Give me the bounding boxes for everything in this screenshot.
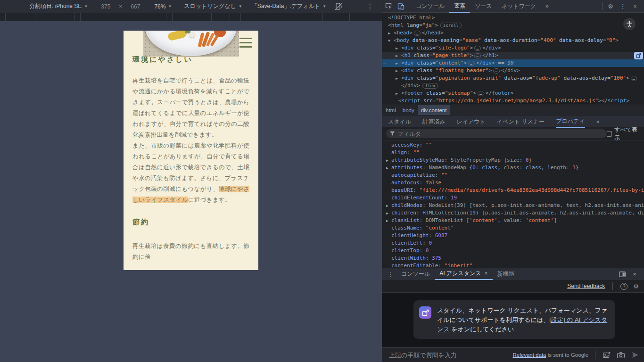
close-drawer-icon[interactable]: × (628, 268, 641, 280)
expand-arrow-icon[interactable]: ▶ (396, 90, 401, 98)
drawer-tab-console[interactable]: コンソール (396, 268, 435, 280)
ai-assistance-toolbar: Send feedback ? ⚙ (382, 280, 644, 293)
tab-layout[interactable]: レイアウト (456, 115, 485, 128)
dock-side-icon[interactable] (616, 268, 628, 280)
prop-row[interactable]: ▶classList: DOMTokenList ['content', val… (382, 217, 644, 224)
breadcrumb-body[interactable]: body (399, 105, 418, 115)
section-heading-savings: 節約 (132, 218, 249, 227)
tab-console[interactable]: コンソール (411, 0, 449, 13)
script-src-link[interactable]: https://cdn.jsdelivr.net/npm/aos@2.3.4/d… (439, 98, 595, 104)
prop-row[interactable]: ▶childNodes: NodeList(39) [text, p.aos-i… (382, 202, 644, 209)
filter-input-wrap[interactable] (386, 129, 607, 138)
drawer-tab-ai-assistance[interactable]: AI アシスタンス × (435, 268, 492, 280)
tree-row[interactable]: ▶<div class="floating-header">…</div> (382, 67, 644, 74)
zoom-dropdown[interactable]: 76% ▼ (154, 3, 172, 10)
expand-arrow-icon[interactable]: ▶ (396, 75, 401, 82)
filter-input[interactable] (398, 131, 603, 137)
tree-row[interactable]: ▼<body data-aos-easing="ease" data-aos-d… (382, 37, 644, 44)
device-toolbar-toggle-icon[interactable] (395, 0, 407, 12)
expand-arrow-icon[interactable]: ▶ (386, 157, 391, 165)
tab-network[interactable]: ネットワーク (497, 0, 541, 13)
row-hover-menu-icon[interactable]: ⋯ (383, 59, 387, 67)
ruler-tick (349, 13, 350, 21)
settings-gear-icon[interactable]: ⚙ (604, 0, 617, 12)
tab-sources[interactable]: ソース (470, 0, 497, 13)
collapse-arrow-icon[interactable]: ▼ (388, 37, 394, 45)
expand-ellipsis-button[interactable]: … (474, 46, 481, 51)
rotate-device-icon[interactable] (334, 2, 343, 11)
more-sidebar-tabs-icon[interactable]: » (596, 115, 600, 128)
ruler-tick (74, 13, 74, 21)
drawer-menu-icon[interactable]: ⋮ (384, 268, 396, 280)
expand-ellipsis-button[interactable]: … (631, 76, 637, 81)
expand-arrow-icon[interactable]: ▶ (386, 165, 391, 172)
ask-ai-icon[interactable] (634, 52, 643, 59)
add-image-icon[interactable] (602, 350, 611, 360)
close-devtools-icon[interactable]: × (629, 0, 641, 12)
tree-row[interactable]: </div>flex (382, 82, 644, 90)
expand-ellipsis-button[interactable]: … (478, 91, 484, 96)
expand-arrow-icon[interactable]: ▶ (386, 217, 391, 225)
ai-question-input[interactable] (389, 352, 508, 359)
ruler-tick (86, 13, 86, 21)
tree-row-selected[interactable]: ⋯▶<div class="content">…</div> == $0 (382, 59, 644, 67)
camera-icon[interactable] (616, 350, 626, 360)
breadcrumb-html[interactable]: html (382, 105, 399, 115)
prop-row[interactable]: ▶attributes: NamedNodeMap {0: class, cla… (382, 164, 644, 172)
help-icon[interactable]: ? (620, 283, 627, 290)
more-tabs-icon[interactable]: » (541, 0, 553, 13)
tree-row[interactable]: ▶<h1 class="page-title">…</h1> (382, 52, 644, 59)
throttling-dropdown[interactable]: スロットリングなし ▼ (184, 2, 242, 10)
device-emulation-pane: 分割項目: iPhone SE ▼ 375 × 667 76% ▼ スロットリン… (0, 0, 382, 362)
expand-arrow-icon[interactable]: ▶ (388, 30, 394, 37)
expand-arrow-icon[interactable]: ▶ (386, 202, 391, 210)
relevant-data-link[interactable]: Relevant data (513, 352, 546, 358)
tab-computed[interactable]: 計算済み (422, 115, 445, 128)
save-data-dropdown[interactable]: 「Save-Data」:デフォルト ▼ (252, 2, 326, 10)
ruler-tick (172, 13, 173, 21)
prop-row[interactable]: ▶children: HTMLCollection(19) [p.aos-ini… (382, 209, 644, 217)
viewport-width-field[interactable]: 375 (101, 3, 110, 10)
tab-elements[interactable]: 要素 (449, 0, 470, 13)
expand-ellipsis-button[interactable]: … (414, 31, 421, 36)
drawer-tab-bar: ⋮ コンソール AI アシスタンス × 新機能 × (382, 268, 644, 280)
send-icon[interactable] (630, 350, 640, 360)
tab-event-listeners[interactable]: イベント リスナー (497, 115, 545, 128)
expand-ellipsis-button[interactable]: … (468, 61, 475, 66)
prop-name: clientLeft (391, 240, 422, 246)
expand-arrow-icon[interactable]: ▶ (386, 210, 391, 217)
expand-ellipsis-button[interactable]: … (493, 68, 500, 74)
expand-arrow-icon[interactable]: ▶ (396, 67, 401, 75)
tree-row[interactable]: ▶<head>…</head> (382, 29, 644, 37)
drawer-tab-whats-new[interactable]: 新機能 (493, 268, 519, 280)
tab-properties[interactable]: プロパティ (556, 115, 585, 128)
prop-row: childElementCount: 19 (382, 194, 644, 202)
inspect-element-icon[interactable] (382, 0, 395, 12)
prop-row[interactable]: ▶attributeStyleMap: StylePropertyMap {si… (382, 156, 644, 164)
tree-row[interactable]: ▶<footer class="sitemap">…</footer> (382, 90, 644, 97)
paragraph-eco-2: また、市販の野菜には農薬や化学肥料が使われることがありますが、自分で育てる場合は… (132, 140, 249, 206)
tree-row[interactable]: ▶<div class="site-logo">…</div> (382, 44, 644, 52)
hamburger-menu-icon[interactable] (239, 38, 252, 50)
expand-ellipsis-button[interactable]: … (474, 53, 481, 58)
device-preset-dropdown[interactable]: 分割項目: iPhone SE ▼ (29, 2, 88, 10)
expand-arrow-icon[interactable]: ▶ (396, 52, 401, 60)
tree-row[interactable]: <!DOCTYPE html> (382, 14, 644, 22)
device-preset-label: 分割項目: iPhone SE (29, 2, 82, 10)
show-all-toggle[interactable]: すべて表示 (607, 126, 640, 142)
ai-settings-gear-icon[interactable]: ⚙ (633, 283, 639, 290)
device-toolbar-menu-icon[interactable]: ⋮ (367, 3, 373, 10)
expand-arrow-icon[interactable]: ▶ (396, 60, 401, 67)
tree-row[interactable]: <script src="https://cdn.jsdelivr.net/np… (382, 97, 644, 105)
expand-arrow-icon[interactable]: ▶ (396, 45, 401, 52)
tree-row[interactable]: ▶<div class="pagination aos-init" data-a… (382, 74, 644, 82)
show-all-checkbox[interactable] (607, 131, 612, 137)
viewport-height-field[interactable]: 667 (131, 3, 140, 10)
send-feedback-link[interactable]: Send feedback (567, 283, 605, 289)
close-tab-icon[interactable]: × (484, 268, 487, 279)
tree-row[interactable]: <html lang="ja">scroll (382, 22, 644, 29)
devtools-menu-icon[interactable]: ⋮ (617, 0, 629, 12)
device-viewport[interactable]: メンバーが撮影 環境にやさしい 再生栽培を自宅で行うことは、食品の輸送や流通にか… (124, 31, 258, 270)
tab-styles[interactable]: スタイル (388, 115, 411, 128)
breadcrumb-div-content[interactable]: div.content (418, 105, 450, 115)
